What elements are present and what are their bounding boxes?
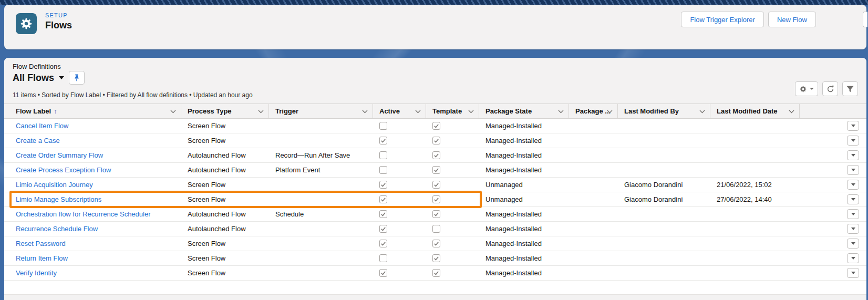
view-selector-chevron-down-icon[interactable] [59, 76, 64, 79]
trigger-cell [269, 119, 373, 133]
chevron-down-icon [468, 110, 474, 113]
active-checkbox [379, 166, 387, 174]
package-cell [569, 251, 618, 265]
filter-button[interactable] [842, 81, 858, 96]
row-actions-button[interactable] [847, 121, 859, 131]
breadcrumb-setup-label: SETUP [45, 12, 72, 18]
process-type-cell: Screen Flow [181, 236, 269, 251]
checkmark-icon [433, 138, 439, 143]
last-modified-by-cell [618, 207, 710, 221]
sort-ascending-arrow-icon: ↑ [54, 107, 57, 115]
flow-label-link[interactable]: Reset Password [16, 240, 66, 247]
flow-label-link[interactable]: Cancel Item Flow [16, 122, 68, 130]
chevron-down-icon [415, 110, 421, 113]
list-view-controls-button[interactable] [795, 81, 818, 96]
checkmark-icon [380, 270, 386, 276]
flow-trigger-explorer-button[interactable]: Flow Trigger Explorer [681, 12, 764, 27]
package-cell [569, 192, 618, 206]
filter-icon [846, 86, 854, 92]
flow-label-link[interactable]: Create a Case [16, 137, 60, 144]
column-header-trigger[interactable]: Trigger [269, 104, 373, 118]
column-header-process-type[interactable]: Process Type [181, 104, 269, 118]
chevron-down-icon [851, 183, 855, 186]
package-cell [569, 133, 618, 148]
package-state-cell: Managed-Installed [479, 222, 569, 236]
process-type-cell: Autolaunched Flow [181, 222, 269, 236]
flows-list-view-card: Flow Definitions All Flows 11 items • So… [4, 58, 866, 300]
chevron-down-icon [170, 110, 176, 113]
chevron-down-icon [851, 213, 855, 215]
package-cell [569, 236, 618, 251]
last-modified-date-cell [710, 163, 800, 177]
flow-label-link[interactable]: Recurrence Schedule Flow [16, 225, 98, 233]
flow-label-link[interactable]: Return Item Flow [16, 254, 68, 262]
card-footer-strip [4, 294, 866, 300]
row-actions-button[interactable] [847, 224, 859, 234]
table-row: Orchestration flow for Recurrence Schedu… [4, 207, 866, 222]
column-header-template[interactable]: Template [426, 104, 479, 118]
row-actions-button[interactable] [847, 180, 859, 190]
column-header-last-modified-date[interactable]: Last Modified Date [710, 104, 800, 118]
row-actions-button[interactable] [847, 209, 859, 219]
checkmark-icon [433, 241, 439, 246]
row-actions-button[interactable] [847, 136, 859, 146]
last-modified-by-cell: Giacomo Dorandini [618, 178, 710, 192]
column-header-package-state[interactable]: Package State [479, 104, 569, 118]
last-modified-date-cell [710, 119, 800, 133]
flow-label-link[interactable]: Create Order Summary Flow [16, 151, 103, 159]
active-checkbox [379, 151, 387, 159]
list-toolbar [795, 81, 858, 96]
row-actions-button[interactable] [847, 194, 859, 204]
last-modified-date-cell [710, 266, 800, 280]
package-state-cell: Managed-Installed [479, 236, 569, 251]
table-header-row: Flow Label↑ Process Type Trigger Active … [4, 104, 866, 119]
list-status-text: 11 items • Sorted by Flow Label • Filter… [13, 91, 253, 99]
checkmark-icon [433, 270, 439, 276]
process-type-cell: Screen Flow [181, 266, 269, 280]
new-flow-button[interactable]: New Flow [768, 12, 816, 27]
process-type-cell: Autolaunched Flow [181, 148, 269, 162]
package-cell [569, 222, 618, 236]
row-actions-button[interactable] [847, 268, 859, 278]
row-actions-button[interactable] [847, 165, 859, 175]
template-checkbox [432, 137, 440, 144]
table-row: Recurrence Schedule Flow Autolaunched Fl… [4, 222, 866, 236]
pin-list-view-button[interactable] [69, 71, 85, 85]
column-header-package[interactable]: Package ... [569, 104, 618, 118]
template-checkbox [432, 181, 440, 189]
checkmark-icon [380, 211, 386, 217]
refresh-button[interactable] [822, 81, 838, 96]
flow-label-link[interactable]: Verify Identity [16, 269, 57, 277]
table-empty-space [4, 281, 866, 294]
chevron-down-icon [851, 154, 855, 157]
trigger-cell [269, 133, 373, 148]
package-cell [569, 163, 618, 177]
process-type-cell: Autolaunched Flow [181, 163, 269, 177]
chevron-down-icon [851, 125, 855, 127]
flow-label-link[interactable]: Create Process Exception Flow [16, 166, 111, 174]
column-header-flow-label[interactable]: Flow Label↑ [4, 104, 181, 118]
chevron-down-icon [851, 139, 855, 142]
flow-label-link[interactable]: Orchestration flow for Recurrence Schedu… [16, 210, 151, 218]
template-checkbox [432, 151, 440, 159]
active-checkbox [379, 254, 387, 262]
cut-off-button[interactable] [863, 12, 867, 27]
row-actions-button[interactable] [847, 253, 859, 263]
column-header-last-modified-by[interactable]: Last Modified By [618, 104, 710, 118]
row-actions-button[interactable] [847, 239, 859, 249]
row-actions-button[interactable] [847, 150, 859, 160]
active-checkbox [379, 225, 387, 233]
table-row: Return Item Flow Screen Flow Managed-Ins… [4, 251, 866, 266]
package-state-cell: Managed-Installed [479, 207, 569, 221]
setup-page-header: SETUP Flows Flow Trigger Explorer New Fl… [4, 5, 866, 49]
list-view-header: Flow Definitions All Flows 11 items • So… [4, 58, 866, 104]
table-row: Cancel Item Flow Screen Flow Managed-Ins… [4, 119, 866, 133]
table-row: Create Order Summary Flow Autolaunched F… [4, 148, 866, 163]
flow-label-link[interactable]: Limio Manage Subscriptions [16, 195, 101, 203]
column-header-row-actions [800, 104, 866, 118]
template-checkbox [432, 269, 440, 277]
trigger-cell [269, 251, 373, 265]
flow-label-link[interactable]: Limio Acquisition Journey [16, 181, 93, 189]
entity-label: Flow Definitions [13, 63, 61, 70]
column-header-active[interactable]: Active [373, 104, 426, 118]
